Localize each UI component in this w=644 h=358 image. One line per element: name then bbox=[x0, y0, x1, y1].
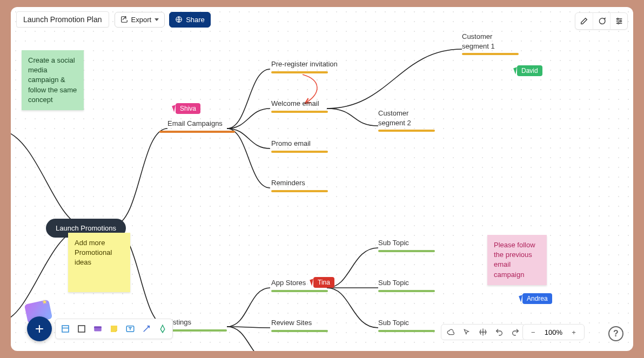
help-button[interactable]: ? bbox=[608, 326, 623, 341]
sticky-note-pink[interactable]: Please follow the previous email campaig… bbox=[487, 235, 547, 285]
node-label: Reminders bbox=[271, 178, 336, 190]
undo-icon bbox=[495, 328, 504, 336]
node-label: Welcome email bbox=[271, 99, 336, 111]
zoom-out-button[interactable]: − bbox=[526, 326, 540, 339]
minus-icon: − bbox=[531, 328, 535, 336]
cloud-icon bbox=[446, 328, 455, 336]
node-label: Review Sites bbox=[271, 318, 336, 330]
undo-button[interactable] bbox=[492, 326, 506, 339]
text-icon bbox=[125, 324, 135, 334]
node-label: Promo email bbox=[271, 139, 336, 151]
cloud-sync-button[interactable] bbox=[444, 326, 458, 339]
node-preregister[interactable]: Pre-register invitation bbox=[271, 59, 347, 73]
tool-text[interactable] bbox=[123, 321, 138, 336]
note-icon bbox=[109, 324, 119, 334]
plus-icon: + bbox=[572, 328, 576, 336]
shape-toolbar bbox=[55, 319, 173, 339]
select-icon bbox=[463, 328, 471, 336]
node-label: Sub Topic bbox=[378, 318, 438, 330]
tool-card[interactable] bbox=[90, 321, 105, 336]
add-fab-button[interactable]: + bbox=[27, 316, 52, 341]
frame-icon bbox=[61, 324, 70, 334]
help-icon: ? bbox=[613, 329, 619, 339]
collab-name: Andrea bbox=[522, 293, 552, 304]
node-label: Customer segment 2 bbox=[378, 109, 438, 130]
node-subtopic-2[interactable]: Sub Topic bbox=[378, 278, 438, 292]
node-label: Email Campaigns bbox=[167, 119, 227, 131]
svg-rect-7 bbox=[62, 326, 69, 332]
pen-icon bbox=[158, 324, 167, 334]
collab-cursor-tina: Tina bbox=[311, 277, 334, 288]
collab-name: Tina bbox=[313, 277, 334, 288]
pan-icon bbox=[479, 328, 487, 336]
node-label: Customer segment 1 bbox=[462, 32, 521, 53]
select-tool-button[interactable] bbox=[460, 326, 474, 339]
tool-frame[interactable] bbox=[58, 321, 73, 336]
collab-cursor-andrea: Andrea bbox=[520, 293, 552, 304]
app-canvas-frame: Launch Promotion Plan Export Share bbox=[11, 7, 633, 351]
collab-cursor-david: David bbox=[514, 65, 542, 76]
collab-name: Shiva bbox=[176, 103, 200, 114]
node-customer-seg1[interactable]: Customer segment 1 bbox=[462, 32, 521, 55]
node-review-sites[interactable]: Review Sites bbox=[271, 318, 336, 332]
tool-rect[interactable] bbox=[74, 321, 89, 336]
zoom-controls: − 100% + bbox=[522, 324, 585, 340]
zoom-in-button[interactable]: + bbox=[567, 326, 581, 339]
sticky-note-green[interactable]: Create a social media campaign & follow … bbox=[22, 50, 84, 110]
node-welcome-email[interactable]: Welcome email bbox=[271, 99, 336, 113]
connector-icon bbox=[142, 324, 151, 334]
node-email-campaigns[interactable]: Email Campaigns bbox=[167, 119, 227, 133]
svg-rect-9 bbox=[78, 326, 85, 332]
collab-name: David bbox=[517, 65, 542, 76]
canvas-controls bbox=[441, 324, 525, 340]
node-subtopic-1[interactable]: Sub Topic bbox=[378, 238, 438, 252]
pan-tool-button[interactable] bbox=[476, 326, 490, 339]
node-label: Sub Topic bbox=[378, 278, 438, 290]
node-subtopic-3[interactable]: Sub Topic bbox=[378, 318, 438, 332]
card-icon bbox=[93, 324, 103, 334]
node-reminders[interactable]: Reminders bbox=[271, 178, 336, 192]
collab-cursor-shiva: Shiva bbox=[173, 103, 200, 114]
node-label: Pre-register invitation bbox=[271, 59, 347, 71]
node-label: Listings bbox=[167, 318, 227, 329]
node-promo-email[interactable]: Promo email bbox=[271, 139, 336, 153]
node-customer-seg2[interactable]: Customer segment 2 bbox=[378, 109, 438, 132]
node-label: Sub Topic bbox=[378, 238, 438, 250]
tool-pen[interactable] bbox=[155, 321, 170, 336]
redo-button[interactable] bbox=[508, 326, 522, 339]
tool-connector[interactable] bbox=[139, 321, 154, 336]
redo-icon bbox=[511, 328, 520, 336]
sticky-note-yellow[interactable]: Add more Promotional ideas bbox=[68, 233, 130, 292]
zoom-level: 100% bbox=[542, 328, 565, 336]
svg-rect-11 bbox=[94, 327, 102, 328]
rect-icon bbox=[77, 324, 86, 334]
tool-sticky[interactable] bbox=[106, 321, 122, 336]
node-listings[interactable]: Listings bbox=[167, 318, 227, 332]
